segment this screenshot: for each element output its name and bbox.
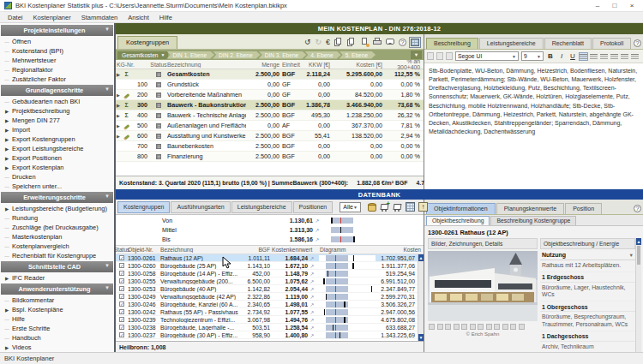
column-header-bgf[interactable]: BGF	[239, 247, 272, 253]
photo-thumbnail[interactable]	[437, 324, 443, 330]
photo-thumbnail[interactable]	[454, 324, 460, 330]
building-photo[interactable]	[428, 251, 538, 321]
trend-arrow-icon[interactable]: ↗	[313, 236, 322, 242]
objekt-row-1300-0261[interactable]: ✓1300-0261Rathaus (12 AP)1.011,111.684,2…	[116, 254, 418, 262]
trend-arrow-icon[interactable]: ↗	[313, 227, 322, 233]
help-icon[interactable]: ?	[634, 39, 641, 47]
column-header-kosten[interactable]: Kosten	[378, 247, 424, 253]
sidebar-section-anwenderunterst-tzung[interactable]: Anwenderunterstützung▼	[1, 283, 113, 295]
trend-arrow-icon[interactable]: ↗	[308, 309, 316, 315]
print-icon[interactable]	[373, 38, 382, 46]
help-icon[interactable]: ?	[634, 205, 641, 212]
sidebar-item-ifc-reader[interactable]: ▶IFC Reader	[0, 273, 114, 283]
subtab-objektbeschreibung[interactable]: Objektbeschreibung	[426, 216, 490, 225]
checkbox-checked-icon[interactable]: ✓	[119, 309, 124, 314]
sidebar-item-export-leistungsbereiche[interactable]: ▶Export Leistungsbereiche	[0, 144, 114, 153]
kostengruppe-row-700[interactable]: 700Baunebenkosten2.500,00BGF0,000,000,00…	[116, 141, 424, 152]
objekt-row-1300-0239[interactable]: ✓1300-0239Technologiezentrum - Effizi...…	[116, 316, 418, 324]
tab-leistungsbereiche[interactable]: Leistungsbereiche	[479, 38, 544, 49]
align-center-icon[interactable]	[590, 53, 598, 60]
column-header-bezeichnung[interactable]: Bezeichnung	[167, 62, 246, 68]
objekt-row-1300-0260[interactable]: ✓1300-0260Bürogebäude (25 AP)1.143,101.6…	[116, 262, 418, 270]
sidebar-item-bildkommentar[interactable]: —Bildkommentar	[0, 295, 114, 305]
kostengruppe-row-400[interactable]: ▶Σ400Bauwerk - Technische Anlagen2.500,0…	[116, 110, 424, 121]
underline-button[interactable]: U	[568, 52, 577, 60]
column-header-menge[interactable]: Menge	[246, 62, 282, 68]
tab-position[interactable]: Position	[565, 203, 602, 214]
table-export-icon[interactable]	[406, 202, 415, 212]
align-justify-icon[interactable]	[610, 53, 618, 60]
breadcrumb-level-5-ebene[interactable]: 5. Ebene	[340, 51, 376, 59]
trend-arrow-icon[interactable]: ↗	[308, 301, 316, 307]
sidebar-item-export-kostengruppen[interactable]: ▶Export Kostengruppen	[0, 134, 114, 144]
trend-arrow-icon[interactable]: ↗	[308, 286, 316, 292]
breadcrumb-level-din-2-ebene[interactable]: DIN 2. Ebene	[213, 51, 261, 59]
new-note-icon[interactable]	[360, 38, 369, 46]
kostengruppe-row-100[interactable]: 100Grundstück0,00GF0,000,000,00 %	[116, 80, 424, 90]
breadcrumb-filter-icon[interactable]: ▼	[411, 51, 422, 59]
kostengruppe-row-300[interactable]: ▶Σ300Bauwerk - Baukonstruktionen2.500,00…	[116, 100, 424, 110]
tab-planungskennwerte[interactable]: Planungskennwerte	[496, 203, 565, 214]
sidebar-item-bspl-kostenpl-ne[interactable]: ▶Bspl. Kostenpläne	[0, 305, 114, 314]
column-header-status[interactable]: Status	[116, 247, 128, 253]
photo-thumbnail[interactable]	[502, 324, 508, 330]
expand-arrow-icon[interactable]: ▶	[117, 103, 122, 108]
column-header-bezeichnung[interactable]: Bezeichnung	[160, 247, 239, 253]
objekt-row-1300-0255[interactable]: ✓1300-0255Verwaltungsgebäude (200...6.50…	[116, 277, 418, 285]
menu-ansicht[interactable]: Ansicht	[123, 13, 154, 22]
tab-rechenblatt[interactable]: Rechenblatt	[544, 38, 592, 49]
scroll-down-icon[interactable]: ▼	[418, 334, 424, 341]
sidebar-item-ffnen[interactable]: —Öffnen	[0, 37, 114, 46]
column-header-kostenkennwert[interactable]: Kostenkennwert	[272, 247, 308, 253]
sidebar-item-regionalfaktor[interactable]: —Regionalfaktor	[0, 65, 114, 75]
sidebar-item-mehrwertsteuer[interactable]: —Mehrwertsteuer	[0, 56, 114, 65]
font-family-select[interactable]: Segoe UI▼	[455, 51, 519, 61]
column-header-diagramm[interactable]: Diagramm	[316, 247, 378, 253]
datenbank-scrollbar[interactable]: ▲ ▼	[418, 254, 424, 341]
objekt-row-1300-0249[interactable]: ✓1300-0249Verwaltungsgebäude (42 AP)2.32…	[116, 293, 418, 301]
column-header-status[interactable]: Status	[150, 62, 167, 68]
sidebar-item-kostenstand-bpi[interactable]: —Kostenstand (BPI)	[0, 46, 114, 56]
sidebar-item-hilfe[interactable]: —Hilfe	[0, 314, 114, 324]
kostengruppe-row-gesamt[interactable]: ▶ΣGesamtkosten2.500,00BGF2.118,245.295.6…	[116, 69, 424, 80]
checkbox-checked-icon[interactable]: ✓	[119, 301, 124, 307]
table-view-icon[interactable]	[411, 39, 419, 46]
kostengruppe-row-200[interactable]: ▶200Vorbereitende Maßnahmen0,00GF0,0084.…	[116, 90, 424, 100]
objekt-row-1300-0253[interactable]: ✓1300-0253Bürogebäude (40 AP)1.142,822.0…	[116, 285, 418, 293]
column-header-kosten[interactable]: Kosten [€]	[332, 62, 385, 68]
sidebar-item-export-kostenplan[interactable]: ▶Export Kostenplan	[0, 163, 114, 172]
checkbox-checked-icon[interactable]: ✓	[119, 325, 124, 330]
photo-thumbnail[interactable]	[429, 324, 435, 330]
scroll-up-icon[interactable]: ▲	[636, 238, 641, 245]
trend-arrow-icon[interactable]: ↗	[308, 263, 316, 269]
breadcrumb-level-din-3-ebene[interactable]: DIN 3. Ebene	[259, 51, 307, 59]
trend-arrow-icon[interactable]: ↗	[308, 271, 316, 277]
database-icon[interactable]	[367, 202, 376, 212]
sidebar-item-kostenplanvergleich[interactable]: —Kostenplanvergleich	[0, 242, 114, 251]
sidebar-item-zuschl-ge-bei-druckausgabe[interactable]: —Zuschläge (bei Druckausgabe)	[0, 223, 114, 232]
column-header-kg-nr[interactable]: KG-Nr.	[116, 62, 150, 68]
sidebar-item-leistungsbereiche-budgetierung[interactable]: ▶Leistungsbereiche (Budgetierung)	[0, 204, 114, 213]
sidebar-item-videos[interactable]: ▶Videos	[0, 343, 114, 352]
checkbox-checked-icon[interactable]: ✓	[119, 263, 124, 268]
objekt-row-1300-0246[interactable]: ✓1300-0246Bürogebäude, Kanzlei (60 A...2…	[116, 301, 418, 308]
paste-clipboard-icon[interactable]	[427, 52, 434, 60]
paste-icon[interactable]	[347, 38, 356, 46]
expand-arrow-icon[interactable]: ▶	[117, 72, 122, 77]
checkbox-checked-icon[interactable]: ✓	[119, 317, 124, 322]
scroll-up-icon[interactable]: ▲	[418, 254, 424, 261]
minimize-button[interactable]: –	[591, 0, 604, 11]
checkbox-checked-icon[interactable]: ✓	[119, 294, 124, 299]
breadcrumb-root[interactable]: Gesamtkosten▼	[117, 51, 168, 59]
sidebar-item-export-positionen[interactable]: ▶Export Positionen	[0, 153, 114, 163]
photo-thumbnail[interactable]	[461, 324, 467, 330]
checkbox-checked-icon[interactable]: ✓	[119, 332, 124, 337]
expand-arrow-icon[interactable]: ▶	[117, 92, 122, 98]
photo-thumbnail[interactable]	[510, 324, 516, 330]
trend-arrow-icon[interactable]: ↗	[313, 218, 322, 224]
menu-stammdaten[interactable]: Stammdaten	[76, 13, 123, 22]
sidebar-item-rundung[interactable]: —Rundung	[0, 213, 114, 223]
bullet-list-icon[interactable]	[621, 53, 628, 60]
checkbox-checked-icon[interactable]: ✓	[119, 278, 124, 283]
subtab-beschreibung-kostengruppe[interactable]: Beschreibung Kostengruppe	[490, 216, 576, 225]
